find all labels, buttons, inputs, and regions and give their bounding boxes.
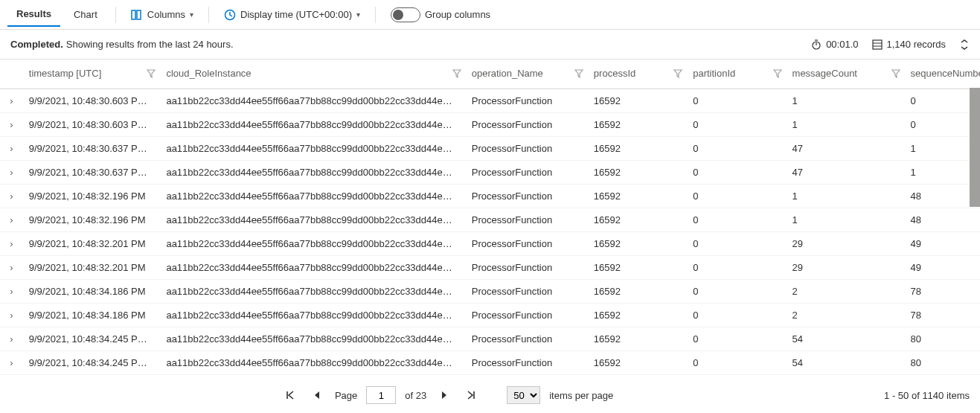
cell-partitionid: 0	[687, 303, 786, 327]
cell-processid: 16592	[588, 136, 687, 160]
cell-processid: 16592	[588, 255, 687, 279]
col-messagecount[interactable]: messageCount	[787, 60, 905, 88]
table-row[interactable]: ›9/9/2021, 10:48:32.201 PMaa11bb22cc33dd…	[0, 231, 980, 255]
tab-results[interactable]: Results	[7, 2, 60, 27]
divider	[115, 7, 116, 23]
expand-row-button[interactable]: ›	[0, 303, 23, 327]
next-page-button[interactable]	[435, 386, 453, 404]
first-page-button[interactable]	[281, 386, 299, 404]
expand-row-button[interactable]: ›	[0, 374, 23, 380]
cell-seqstart: 1	[905, 136, 980, 160]
cell-timestamp: 9/9/2021, 10:48:32.196 PM	[23, 184, 161, 208]
expand-row-button[interactable]: ›	[0, 350, 23, 374]
cell-timestamp: 9/9/2021, 10:48:34.245 P…	[23, 350, 161, 374]
table-row[interactable]: ›9/9/2021, 10:48:30.637 P…aa11bb22cc33dd…	[0, 160, 980, 184]
cell-cloud-role: aa11bb22cc33dd44ee55ff66aa77bb88cc99dd00…	[160, 327, 465, 350]
cell-messagecount: 47	[787, 136, 905, 160]
toolbar: Results Chart Columns ▾ Display time (UT…	[0, 0, 980, 30]
display-time-label: Display time (UTC+00:00)	[240, 9, 352, 20]
cell-cloud-role: aa11bb22cc33dd44ee55ff66aa77bb88cc99dd00…	[160, 160, 465, 184]
cell-seqstart: 49	[905, 231, 980, 255]
filter-icon[interactable]	[891, 69, 900, 78]
cell-partitionid: 0	[687, 208, 786, 231]
cell-cloud-role: aa11bb22cc33dd44ee55ff66aa77bb88cc99dd00…	[160, 112, 465, 136]
tab-chart[interactable]: Chart	[65, 3, 106, 26]
table-row[interactable]: ›9/9/2021, 10:48:35.955 P…aa11bb22cc33dd…	[0, 374, 980, 380]
table-row[interactable]: ›9/9/2021, 10:48:34.186 PMaa11bb22cc33dd…	[0, 279, 980, 303]
col-operation[interactable]: operation_Name	[466, 60, 588, 88]
toggle-off-icon	[391, 7, 420, 22]
expand-row-button[interactable]: ›	[0, 255, 23, 279]
expand-row-button[interactable]: ›	[0, 112, 23, 136]
cell-operation: ProcessorFunction	[466, 136, 588, 160]
cell-timestamp: 9/9/2021, 10:48:32.196 PM	[23, 208, 161, 231]
cell-cloud-role: aa11bb22cc33dd44ee55ff66aa77bb88cc99dd00…	[160, 89, 465, 113]
cell-seqstart: 1	[905, 160, 980, 184]
vertical-scrollbar[interactable]	[970, 88, 980, 207]
table-row[interactable]: ›9/9/2021, 10:48:30.603 P…aa11bb22cc33dd…	[0, 89, 980, 113]
col-cloud-role[interactable]: cloud_RoleInstance	[160, 60, 465, 88]
expand-row-button[interactable]: ›	[0, 279, 23, 303]
table-row[interactable]: ›9/9/2021, 10:48:32.196 PMaa11bb22cc33dd…	[0, 184, 980, 208]
cell-operation: ProcessorFunction	[466, 255, 588, 279]
status-bar: Completed. Showing results from the last…	[0, 30, 980, 60]
cell-cloud-role: aa11bb22cc33dd44ee55ff66aa77bb88cc99dd00…	[160, 136, 465, 160]
col-processid[interactable]: processId	[588, 60, 687, 88]
cell-processid: 16592	[588, 279, 687, 303]
divider	[208, 7, 209, 23]
expand-row-button[interactable]: ›	[0, 184, 23, 208]
cell-cloud-role: aa11bb22cc33dd44ee55ff66aa77bb88cc99dd00…	[160, 279, 465, 303]
cell-seqstart: 78	[905, 303, 980, 327]
cell-partitionid: 0	[687, 374, 786, 380]
group-columns-toggle[interactable]: Group columns	[385, 4, 496, 25]
cell-seqstart: 134	[905, 374, 980, 380]
filter-icon[interactable]	[773, 69, 782, 78]
cell-operation: ProcessorFunction	[466, 89, 588, 113]
expand-row-button[interactable]: ›	[0, 231, 23, 255]
filter-icon[interactable]	[452, 69, 461, 78]
table-row[interactable]: ›9/9/2021, 10:48:30.637 P…aa11bb22cc33dd…	[0, 136, 980, 160]
cell-partitionid: 0	[687, 350, 786, 374]
table-row[interactable]: ›9/9/2021, 10:48:30.603 P…aa11bb22cc33dd…	[0, 112, 980, 136]
col-timestamp[interactable]: timestamp [UTC]	[23, 60, 161, 88]
filter-icon[interactable]	[673, 69, 682, 78]
cell-partitionid: 0	[687, 89, 786, 113]
col-partitionid[interactable]: partitionId	[687, 60, 786, 88]
last-page-button[interactable]	[462, 386, 480, 404]
cell-messagecount: 54	[787, 350, 905, 374]
col-messagecount-label: messageCount	[792, 68, 857, 79]
cell-seqstart: 0	[905, 112, 980, 136]
expand-row-button[interactable]: ›	[0, 327, 23, 350]
prev-page-button[interactable]	[308, 386, 326, 404]
table-row[interactable]: ›9/9/2021, 10:48:34.245 P…aa11bb22cc33dd…	[0, 327, 980, 350]
cell-seqstart: 0	[905, 89, 980, 113]
cell-operation: ProcessorFunction	[466, 231, 588, 255]
columns-button[interactable]: Columns ▾	[125, 6, 199, 24]
table-row[interactable]: ›9/9/2021, 10:48:32.196 PMaa11bb22cc33dd…	[0, 208, 980, 231]
svg-rect-1	[137, 10, 141, 19]
cell-operation: ProcessorFunction	[466, 303, 588, 327]
perpage-select[interactable]: 50	[507, 386, 540, 404]
table-row[interactable]: ›9/9/2021, 10:48:32.201 PMaa11bb22cc33dd…	[0, 255, 980, 279]
cell-messagecount: 1	[787, 112, 905, 136]
cell-timestamp: 9/9/2021, 10:48:30.603 P…	[23, 112, 161, 136]
cell-processid: 16592	[588, 350, 687, 374]
col-seqstart[interactable]: sequenceNumberStart	[905, 60, 980, 88]
display-time-button[interactable]: Display time (UTC+00:00) ▾	[218, 6, 366, 24]
expand-row-button[interactable]: ›	[0, 136, 23, 160]
table-row[interactable]: ›9/9/2021, 10:48:34.186 PMaa11bb22cc33dd…	[0, 303, 980, 327]
page-input[interactable]	[366, 386, 396, 404]
cell-messagecount: 1	[787, 374, 905, 380]
cell-processid: 16592	[588, 303, 687, 327]
cell-timestamp: 9/9/2021, 10:48:34.245 P…	[23, 327, 161, 350]
svg-rect-0	[132, 10, 135, 19]
expand-row-button[interactable]: ›	[0, 208, 23, 231]
table-row[interactable]: ›9/9/2021, 10:48:34.245 P…aa11bb22cc33dd…	[0, 350, 980, 374]
expand-chevrons-icon[interactable]	[959, 39, 970, 50]
page-label: Page	[335, 390, 357, 401]
filter-icon[interactable]	[147, 69, 156, 78]
expand-row-button[interactable]: ›	[0, 160, 23, 184]
filter-icon[interactable]	[574, 69, 583, 78]
query-duration: 00:01.0	[826, 39, 858, 50]
expand-row-button[interactable]: ›	[0, 89, 23, 113]
